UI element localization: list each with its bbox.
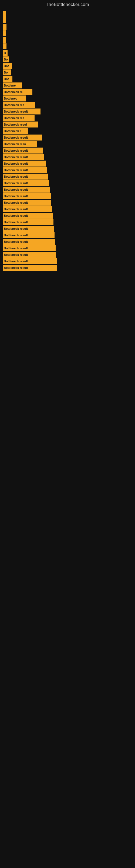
bar-item: Bottleneck res — [3, 102, 35, 108]
bar-item: Bottleneck result — [3, 252, 56, 258]
bar-item: Bottleneck result — [3, 265, 57, 271]
bar-item: Bottleneck result — [3, 239, 55, 245]
bar-row: Bottleneck result — [3, 148, 132, 154]
bar-label: Bottlenec — [4, 97, 17, 100]
bar-item: Bottleneck result — [3, 245, 56, 251]
bar-row: Bottlenec — [3, 95, 132, 101]
bar-label: Bottleneck result — [4, 214, 28, 217]
bar-row: Bottleneck result — [3, 174, 132, 180]
bar-row: Bottleneck result — [3, 252, 132, 258]
bar-label: Bottleneck result — [4, 110, 28, 113]
bar-label: Bo — [4, 71, 8, 74]
bar-item: Bottleneck result — [3, 161, 46, 166]
bar-label: Bottleneck result — [4, 247, 28, 250]
bar-row: Bottleneck result — [3, 108, 132, 115]
bar-item: Bo — [3, 69, 11, 75]
bar-item: Bottleneck result — [3, 174, 48, 180]
bar-row: Bottleneck result — [3, 258, 132, 264]
bar-row: Bottleneck result — [3, 226, 132, 231]
bar-item: B — [3, 50, 8, 56]
bar-label: Bottleneck result — [4, 168, 28, 172]
bar-label: Bottleneck result — [4, 259, 28, 263]
bar-label: Bottleneck resul — [4, 123, 27, 126]
bar-item: Bottleneck result — [3, 180, 49, 186]
bar-label: Bot — [4, 77, 9, 81]
bar-label: Bottleneck result — [4, 240, 28, 243]
bar-item: Bottleneck result — [3, 258, 57, 264]
bar-item — [3, 24, 6, 30]
bar-row: Bottleneck res — [3, 102, 132, 108]
bar-item: Bottleneck result — [3, 187, 50, 193]
bar-row: Bottleneck result — [3, 199, 132, 206]
bar-row: Bo — [3, 69, 132, 75]
bar-label: Bottleneck result — [4, 149, 28, 152]
bar-row: Bottleneck result — [3, 245, 132, 251]
bar-item: Bottleneck result — [3, 213, 53, 219]
bar-item: Bottleneck r — [3, 128, 28, 134]
bar-label: Bottleneck result — [4, 194, 28, 198]
bar-label: Bot — [4, 64, 9, 67]
bar-row: Bottleneck result — [3, 180, 132, 186]
bar-item — [3, 43, 6, 50]
bar-label: Bottleneck result — [4, 234, 28, 237]
bar-label: Bottleneck result — [4, 201, 28, 204]
bar-item: Bottleneck resu — [3, 141, 37, 147]
bar-label: B — [4, 51, 6, 55]
bar-row — [3, 43, 132, 50]
bar-label: Bottleneck result — [4, 220, 28, 224]
bar-row: Bo — [3, 56, 132, 62]
bar-item — [3, 18, 6, 23]
bar-item: Bottleneck result — [3, 219, 53, 225]
bar-item: Bot — [3, 63, 12, 69]
bar-item: Bottleneck result — [3, 108, 41, 115]
bar-item: Bottleneck res — [3, 115, 35, 121]
bar-item: Bottleneck result — [3, 226, 54, 231]
bar-label: Bottleneck result — [4, 208, 28, 211]
bar-label: Bottlene — [4, 84, 16, 87]
bar-item — [3, 30, 6, 36]
bar-label: Bottleneck result — [4, 182, 28, 185]
bar-item: Bo — [3, 56, 9, 62]
bar-label: Bo — [4, 58, 8, 61]
bar-row: Bottleneck res — [3, 115, 132, 121]
bar-label: Bottleneck result — [4, 155, 28, 159]
bar-row — [3, 11, 132, 17]
bar-label: Bottleneck result — [4, 227, 28, 230]
bar-row — [3, 30, 132, 36]
bar-label: Bottleneck resu — [4, 143, 26, 146]
bar-row: Bottleneck re — [3, 89, 132, 95]
bar-item: Bottleneck re — [3, 89, 32, 95]
bar-row: Bottleneck result — [3, 187, 132, 193]
bar-item: Bottlenec — [3, 95, 26, 101]
bar-label: Bottleneck result — [4, 188, 28, 191]
bar-row: Bottleneck result — [3, 193, 132, 199]
bar-row: B — [3, 50, 132, 56]
bar-item: Bottleneck result — [3, 232, 54, 238]
bar-item: Bottleneck result — [3, 148, 43, 154]
bar-item: Bottleneck result — [3, 206, 52, 212]
bar-item: Bottleneck result — [3, 134, 42, 141]
bar-item: Bot — [3, 76, 12, 82]
bar-label: Bottleneck r — [4, 129, 21, 133]
bar-item: Bottleneck resul — [3, 122, 38, 127]
bar-item: Bottleneck result — [3, 167, 47, 173]
bar-row: Bot — [3, 76, 132, 82]
bar-label: Bottleneck res — [4, 103, 24, 106]
bar-row: Bottleneck result — [3, 219, 132, 225]
bar-label: Bottleneck result — [4, 136, 28, 139]
bar-row: Bottleneck result — [3, 265, 132, 271]
bar-item — [3, 37, 6, 43]
bar-item: Bottleneck result — [3, 199, 51, 206]
bar-row: Bot — [3, 63, 132, 69]
bar-row: Bottleneck result — [3, 206, 132, 212]
bar-label: Bottleneck res — [4, 116, 24, 120]
bar-row: Bottleneck result — [3, 161, 132, 166]
site-title: TheBottlenecker.com — [0, 0, 135, 8]
bar-label: Bottleneck result — [4, 253, 28, 256]
bar-row: Bottleneck result — [3, 134, 132, 141]
bar-label: Bottleneck result — [4, 266, 28, 269]
bar-item: Bottlene — [3, 83, 22, 88]
bar-row: Bottleneck resul — [3, 122, 132, 127]
bar-label: Bottleneck result — [4, 175, 28, 178]
bar-row — [3, 24, 132, 30]
